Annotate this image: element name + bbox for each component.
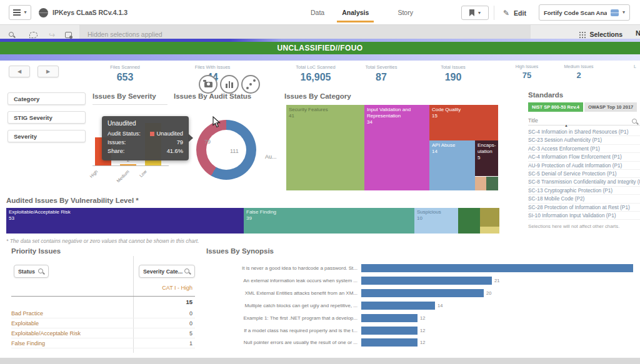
filter-chip-category[interactable]: Category — [8, 92, 86, 105]
vuln-segment-unlabeled[interactable] — [480, 208, 499, 234]
sheet-selector[interactable]: Fortify Code Scan Analysis ▾ — [539, 4, 630, 21]
global-menu-button[interactable]: ▾ — [9, 5, 31, 20]
synopsis-bar[interactable] — [361, 277, 492, 285]
standards-row[interactable]: AC-4 Information Flow Enforcement (P1) — [528, 153, 640, 161]
expand-button[interactable] — [241, 75, 260, 94]
standards-tabs: NIST SP 800-53 Rev.4OWASP Top 10 2017 — [528, 102, 637, 112]
treemap-node-encaps-ulation[interactable]: Encaps-ulation5 — [475, 140, 498, 176]
tooltip-rows: Audit Status:UnauditedIssues:79Share:41.… — [108, 129, 183, 155]
synopsis-label: Multiple catch blocks can get ugly and r… — [244, 303, 358, 308]
legend-swatch-icon — [150, 132, 154, 136]
standards-row[interactable]: AU-9 Protection of Audit Information (P1… — [528, 162, 640, 170]
expand-dots-icon — [249, 83, 252, 86]
severity-axis-label: High — [89, 169, 98, 179]
mouse-cursor-icon — [212, 116, 221, 128]
tooltip-row-value: 79 — [177, 138, 183, 147]
treemap-node-small[interactable] — [486, 177, 498, 190]
standards-row[interactable]: SC-13 Cryptographic Protection (P1) — [528, 187, 640, 195]
standards-row[interactable]: AC-3 Access Enforcement (P1) — [528, 145, 640, 153]
standards-row[interactable]: SI-10 Information Input Validation (P1) — [528, 212, 640, 220]
next-sheet-button[interactable]: ▶ — [38, 66, 59, 77]
standards-footnote: Selections here will not affect other ch… — [528, 224, 619, 229]
issues-by-audit-status-donut[interactable] — [196, 120, 256, 180]
edit-button[interactable]: ✎ Edit — [494, 6, 535, 20]
chevron-down-icon: ▾ — [622, 10, 625, 15]
tab-data[interactable]: Data — [302, 0, 333, 25]
tooltip-row-value-text: 79 — [177, 138, 183, 147]
tooltip-row-label: Audit Status: — [108, 129, 141, 138]
treemap-node-input-validation-and-representation[interactable]: Input Validation and Representation34 — [364, 105, 429, 190]
synopsis-bar[interactable] — [361, 264, 633, 272]
tooltip-row-label: Share: — [108, 147, 124, 155]
category-chart-title: Issues By Category — [284, 92, 351, 100]
severity-title-underline — [92, 104, 168, 105]
synopsis-chart-title: Issues By Synopsis — [206, 247, 274, 255]
priority-issues-title: Priority Issues — [11, 247, 61, 255]
standards-row[interactable]: SC-23 Session Authenticity (P1) — [528, 136, 640, 144]
tab-story[interactable]: Story — [389, 0, 422, 25]
kpi-value: 75 — [516, 71, 539, 80]
synopsis-label: If a model class has required property a… — [244, 328, 358, 333]
standards-tab-owasp[interactable]: OWASP Top 10 2017 — [584, 102, 637, 112]
treemap-node-small[interactable] — [475, 177, 486, 190]
snapshot-button[interactable] — [199, 75, 218, 94]
kpi-label: High Issues — [516, 64, 539, 69]
kpi-label: Total LoC Scanned — [296, 64, 335, 70]
tooltip-row: Audit Status:Unaudited — [108, 129, 183, 138]
bookmark-button[interactable]: ▾ — [461, 6, 489, 20]
treemap-node-api-abuse[interactable]: API Abuse14 — [429, 140, 475, 190]
kpi-value: 653 — [110, 72, 140, 83]
synopsis-bar[interactable] — [361, 289, 484, 297]
tooltip-row: Issues:79 — [108, 138, 183, 147]
standards-row[interactable]: SC-8 Transmission Confidentiality and In… — [528, 178, 640, 186]
kpi-label: Total Severities — [366, 64, 398, 70]
kpi-total-severities: Total Severities87 — [366, 64, 398, 83]
kpi-value: 2 — [564, 71, 593, 80]
synopsis-bar[interactable] — [361, 302, 435, 310]
kpi-label: Files Scanned — [110, 64, 140, 70]
vuln-segment-false-finding[interactable]: False Finding39 — [244, 208, 414, 234]
synopsis-bar[interactable] — [361, 338, 418, 347]
donut-value-label: 111 — [230, 148, 239, 154]
selections-label: Selections — [589, 31, 622, 38]
synopsis-label: It is never a good idea to hardcode a pa… — [242, 265, 358, 271]
synopsis-value-label: 12 — [420, 340, 425, 345]
standards-row[interactable]: SC-28 Protection of Information at Rest … — [528, 204, 640, 212]
vuln-segment-suspicious[interactable]: Suspicious10 — [414, 208, 458, 234]
tooltip-row: Share:41.6% — [108, 147, 183, 155]
bottom-scrollbar-strip[interactable] — [0, 358, 640, 364]
edit-label: Edit — [514, 9, 526, 17]
vuln-segment-exploitable-acceptable-risk[interactable]: Exploitable/Acceptable Risk53 — [6, 208, 244, 234]
synopsis-value-label: 21 — [494, 278, 499, 283]
severity-axis-label: Low — [139, 169, 148, 178]
synopsis-row: It is never a good idea to hardcode a pa… — [0, 264, 640, 273]
standards-tab-nist[interactable]: NIST SP 800-53 Rev.4 — [528, 102, 583, 112]
view-tabs: DataAnalysisStory — [302, 0, 422, 25]
filter-chip-severity[interactable]: Severity — [8, 130, 86, 142]
kpi-label: Medium Issues — [564, 64, 593, 69]
standards-row[interactable]: SC-4 Information in Shared Resources (P1… — [528, 128, 640, 136]
filter-chip-stig-severity[interactable]: STIG Severity — [8, 111, 86, 124]
vuln-segment-unlabeled[interactable] — [458, 208, 480, 234]
tooltip-row-value-text: Unaudited — [157, 129, 183, 138]
synopsis-label: An external information leak occurs when… — [243, 278, 358, 283]
sort-ascending-icon: ▲ — [564, 124, 568, 127]
classification-banner: UNCLASSIFIED//FOUO — [0, 42, 640, 54]
standards-row[interactable]: SC-5 Denial of Service Protection (P1) — [528, 170, 640, 178]
standards-row[interactable]: SC-18 Mobile Code (P2) — [528, 195, 640, 203]
treemap-node-code-quality[interactable]: Code Quality15 — [429, 105, 498, 140]
standards-search-icon[interactable] — [629, 116, 640, 127]
severity-x-axis — [92, 165, 169, 166]
synopsis-row: XML External Entities attacks benefit fr… — [0, 289, 640, 298]
synopsis-bar[interactable] — [361, 314, 418, 322]
tab-analysis[interactable]: Analysis — [333, 0, 378, 25]
kpi-label: Files With Issues — [195, 64, 231, 70]
top-toolbar: ▾ IPKeys CLaaS RCv.4.1.3 DataAnalysisSto… — [0, 0, 640, 25]
exploration-button[interactable] — [220, 75, 239, 94]
tooltip-row-value: Unaudited — [150, 129, 183, 138]
synopsis-bar[interactable] — [361, 327, 418, 335]
prev-sheet-button[interactable]: ◀ — [9, 66, 30, 77]
treemap-node-security-features[interactable]: Security Features41 — [286, 105, 364, 190]
kpi-value: 16,905 — [296, 72, 335, 83]
standards-column-header[interactable]: Title — [528, 117, 640, 125]
